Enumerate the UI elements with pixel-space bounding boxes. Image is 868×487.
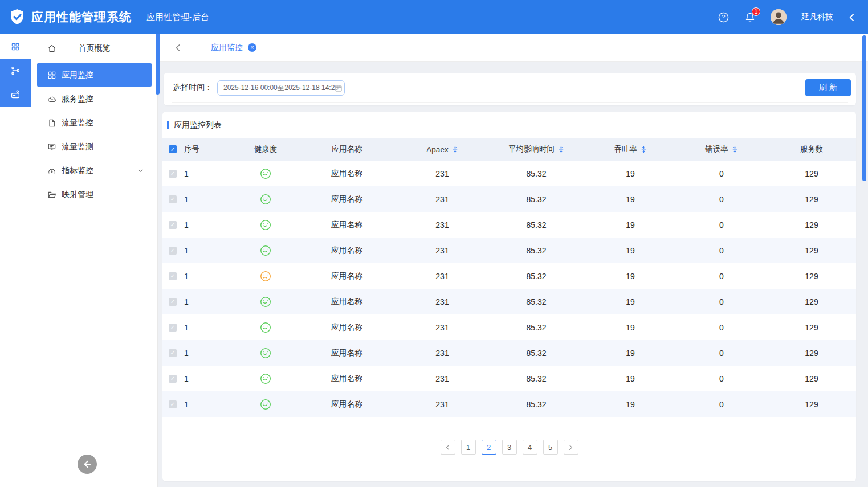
column-header-错误率[interactable]: 错误率 (676, 144, 767, 154)
cell-throughput: 19 (585, 195, 676, 204)
sidebar-item-overview[interactable]: 首页概览 (31, 34, 157, 63)
cell-avg-impact-time: 85.32 (488, 323, 585, 332)
page-button-4[interactable]: 4 (523, 440, 537, 455)
chevron-down-icon[interactable] (137, 167, 144, 174)
sort-icon[interactable] (641, 146, 647, 153)
cell-seq: 1 (183, 349, 234, 358)
grid-icon (47, 71, 56, 80)
table-row: ✓1应用名称23185.32190129 (162, 340, 856, 366)
row-checkbox[interactable]: ✓ (169, 324, 177, 332)
row-checkbox[interactable]: ✓ (169, 272, 177, 280)
sidebar-item-label: 服务监控 (62, 94, 93, 104)
sidebar-item-流量监控[interactable]: 流量监控 (37, 111, 152, 134)
table-section-title: 应用监控列表 (162, 112, 856, 138)
date-separator: 至 (278, 83, 284, 93)
row-checkbox[interactable]: ✓ (169, 221, 177, 229)
cell-apaex: 231 (397, 323, 488, 332)
sidebar-item-label: 流量监测 (62, 142, 93, 152)
health-smile-icon (234, 193, 297, 206)
cell-avg-impact-time: 85.32 (488, 297, 585, 306)
cell-error-rate: 0 (676, 323, 767, 332)
collapse-chevron-icon[interactable] (848, 13, 855, 22)
notification-bell-icon[interactable]: 1 (744, 11, 756, 23)
cell-apaex: 231 (397, 349, 488, 358)
sidebar-item-label: 应用监控 (62, 70, 93, 80)
sidebar-item-label: 映射管理 (62, 190, 93, 200)
sort-icon[interactable] (452, 146, 458, 153)
cell-app-name: 应用名称 (297, 348, 397, 358)
column-header-Apaex[interactable]: Apaex (397, 145, 488, 154)
column-header-服务数: 服务数 (767, 144, 856, 154)
tab-close-icon[interactable]: × (248, 43, 256, 52)
table-body: ✓1应用名称23185.32190129✓1应用名称23185.32190129… (162, 161, 856, 417)
app-header: 应用性能管理系统 应用性管理-后台 ? 1 延凡科技 (0, 0, 868, 34)
column-header-平均影响时间[interactable]: 平均影响时间 (488, 144, 585, 154)
table-row: ✓1应用名称23185.32190129 (162, 366, 856, 391)
sidebar-item-映射管理[interactable]: 映射管理 (37, 183, 152, 206)
sidebar-item-流量监测[interactable]: 流量监测 (37, 135, 152, 158)
calendar-icon (335, 84, 343, 92)
cell-error-rate: 0 (676, 297, 767, 306)
cell-service-count: 129 (767, 323, 856, 332)
sidebar-item-指标监控[interactable]: 指标监控 (37, 159, 152, 182)
page-button-2[interactable]: 2 (482, 440, 496, 455)
cell-throughput: 19 (585, 374, 676, 383)
health-smile-icon (234, 167, 297, 180)
sort-icon[interactable] (732, 146, 738, 153)
cell-error-rate: 0 (676, 169, 767, 178)
page-button-5[interactable]: 5 (543, 440, 558, 455)
cell-avg-impact-time: 85.32 (488, 169, 585, 178)
cell-seq: 1 (183, 272, 234, 281)
refresh-button[interactable]: 刷 新 (805, 79, 851, 96)
tabs-scroll-left-icon[interactable] (158, 44, 198, 52)
tab-app-monitoring[interactable]: 应用监控 × (198, 34, 274, 62)
collapse-sidebar-button[interactable] (78, 455, 97, 474)
cell-error-rate: 0 (676, 374, 767, 383)
help-icon[interactable]: ? (718, 11, 730, 23)
cell-service-count: 129 (767, 195, 856, 204)
sidebar-item-服务监控[interactable]: 服务监控 (37, 87, 152, 111)
main-content: 应用监控 × 选择时间： 2025-12-16 00:00 至 2025-12-… (158, 34, 868, 487)
prev-page-button[interactable] (441, 440, 455, 455)
home-icon (47, 44, 56, 53)
date-range-input[interactable]: 2025-12-16 00:00 至 2025-12-18 14:25 (217, 80, 345, 96)
avatar[interactable] (771, 9, 787, 25)
row-checkbox[interactable]: ✓ (169, 195, 177, 203)
health-smile-icon (234, 244, 297, 257)
page-button-3[interactable]: 3 (502, 440, 517, 455)
table-row: ✓1应用名称23185.32190129 (162, 186, 856, 212)
start-date-value: 2025-12-16 00:00 (223, 84, 278, 92)
column-header-吞吐率[interactable]: 吞吐率 (585, 144, 676, 154)
module-card-icon[interactable] (0, 83, 31, 107)
module-branch-icon[interactable] (0, 59, 31, 83)
tabbar-divider (274, 34, 274, 62)
row-checkbox[interactable]: ✓ (169, 247, 177, 255)
sidebar-item-应用监控[interactable]: 应用监控 (37, 63, 152, 87)
page-button-1[interactable]: 1 (461, 440, 476, 455)
svg-text:?: ? (722, 14, 726, 21)
row-checkbox[interactable]: ✓ (169, 375, 177, 383)
cell-seq: 1 (183, 220, 234, 230)
column-header-序号: 序号 (183, 144, 234, 154)
row-checkbox[interactable]: ✓ (169, 170, 177, 178)
row-checkbox[interactable]: ✓ (169, 298, 177, 306)
row-checkbox[interactable]: ✓ (169, 400, 177, 408)
row-checkbox[interactable]: ✓ (169, 349, 177, 357)
module-grid-icon[interactable] (0, 34, 31, 59)
cell-app-name: 应用名称 (297, 169, 397, 179)
column-header-健康度: 健康度 (234, 144, 297, 154)
sort-icon[interactable] (558, 146, 564, 153)
health-smile-icon (234, 219, 297, 231)
table-row: ✓1应用名称23185.32190129 (162, 314, 856, 340)
cell-throughput: 19 (585, 220, 676, 230)
next-page-button[interactable] (564, 440, 578, 455)
cell-error-rate: 0 (676, 246, 767, 255)
select-all-checkbox[interactable]: ✓ (169, 145, 177, 153)
cell-throughput: 19 (585, 349, 676, 358)
right-scrollbar-thumb[interactable] (862, 35, 866, 181)
module-strip (0, 34, 31, 487)
table-row: ✓1应用名称23185.32190129 (162, 161, 856, 186)
left-scrollbar-thumb[interactable] (156, 34, 160, 95)
health-frown-icon (234, 270, 297, 283)
cell-service-count: 129 (767, 400, 856, 409)
